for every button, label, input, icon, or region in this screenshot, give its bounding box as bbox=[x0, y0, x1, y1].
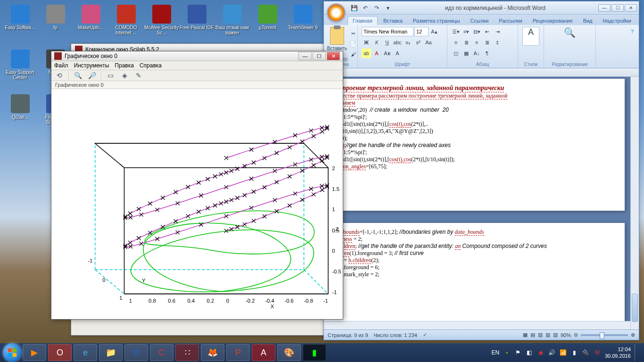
spell-check-icon[interactable]: ✓ bbox=[423, 332, 427, 338]
show-marks-button[interactable]: ¶ bbox=[482, 49, 492, 58]
scrollbar-thumb[interactable] bbox=[632, 294, 638, 322]
superscript-button[interactable]: x² bbox=[413, 38, 423, 47]
highlight-button[interactable]: ab bbox=[362, 49, 371, 58]
scilab-graphic-window[interactable]: Графическое окно 0 — ☐ ✕ ФайлИнструменты… bbox=[51, 51, 343, 320]
task-comodo-icon[interactable]: C bbox=[150, 344, 173, 361]
task-word-icon[interactable]: W bbox=[124, 344, 148, 361]
close-button[interactable]: ✕ bbox=[327, 52, 340, 60]
zoom-slider[interactable] bbox=[581, 334, 628, 336]
word-window[interactable]: 💾 ↶ ↷ ▾ идз по кормилицыной - Microsoft … bbox=[323, 1, 639, 340]
undo-icon[interactable]: ↶ bbox=[361, 4, 370, 12]
horizontal-scrollbar[interactable] bbox=[324, 321, 630, 329]
maximize-button[interactable]: ☐ bbox=[313, 52, 326, 60]
styles-button[interactable]: A bbox=[522, 27, 539, 46]
font-color-button[interactable]: A bbox=[372, 49, 381, 58]
tray-app-icon[interactable]: ◧ bbox=[526, 349, 533, 356]
desktop-icon[interactable]: Easy Softwa... bbox=[2, 2, 38, 47]
scilab-tab[interactable]: Графическое окно 0 bbox=[51, 81, 343, 89]
bold-button[interactable]: Ж bbox=[362, 38, 371, 47]
view-draft-icon[interactable]: ▧ bbox=[553, 332, 558, 338]
align-center-button[interactable]: ≣ bbox=[462, 38, 471, 47]
view-outline-icon[interactable]: ▥ bbox=[545, 332, 550, 338]
page-status[interactable]: Страница: 9 из 9 bbox=[328, 332, 368, 338]
rotate-icon[interactable]: ⟲ bbox=[54, 70, 65, 81]
show-desktop-button[interactable] bbox=[635, 344, 638, 361]
indent-dec-button[interactable]: ⇤ bbox=[482, 27, 492, 36]
word-count-status[interactable]: Число слов: 1 234 bbox=[374, 332, 417, 338]
shading-button[interactable]: ◫ bbox=[451, 49, 461, 58]
align-left-button[interactable]: ≡ bbox=[451, 38, 461, 47]
desktop-icon[interactable]: Free Pascal IDE bbox=[179, 2, 215, 47]
desktop-icon[interactable]: TeamViewer 9 bbox=[285, 2, 321, 47]
task-paint-icon[interactable]: 🎨 bbox=[277, 344, 301, 361]
line-spacing-button[interactable]: ‡ bbox=[493, 38, 502, 47]
desktop-icon[interactable]: µTorrent bbox=[250, 2, 285, 47]
borders-button[interactable]: ▦ bbox=[462, 49, 471, 58]
format-painter-icon[interactable]: 🖌 bbox=[348, 49, 358, 59]
help-icon[interactable]: ? bbox=[627, 27, 637, 36]
ribbon-tab[interactable]: Главная bbox=[347, 16, 378, 25]
data-tip-icon[interactable]: ◈ bbox=[119, 70, 130, 81]
clear-format-button[interactable]: Aʙ bbox=[382, 49, 392, 58]
copy-icon[interactable]: 📄 bbox=[348, 39, 358, 49]
minimize-button[interactable]: — bbox=[598, 4, 611, 12]
close-button[interactable]: ✕ bbox=[625, 4, 637, 12]
bullets-button[interactable]: ☰▾ bbox=[451, 27, 461, 36]
task-media-icon[interactable]: ▶ bbox=[23, 344, 46, 361]
edit-icon[interactable]: ✎ bbox=[133, 70, 144, 81]
font-family-select[interactable] bbox=[362, 27, 413, 36]
plot-area[interactable]: X Y Z 2 1.5 1 0.5 0 -0.5 -1 10.80.6 0.40… bbox=[51, 89, 343, 319]
indent-inc-button[interactable]: ⇥ bbox=[493, 27, 502, 36]
desktop-icon[interactable]: MakeUpIn... bbox=[73, 2, 108, 47]
cut-icon[interactable]: ✂ bbox=[348, 29, 358, 38]
tray-shield-icon[interactable]: ◉ bbox=[537, 349, 545, 356]
tray-flag-icon[interactable]: ⚑ bbox=[514, 349, 522, 356]
select-icon[interactable]: ▭ bbox=[105, 70, 116, 81]
ribbon-tab[interactable]: Вставка bbox=[379, 16, 407, 25]
desktop-icon[interactable]: Ваш отзыв нам важен bbox=[215, 2, 250, 47]
word-titlebar[interactable]: 💾 ↶ ↷ ▾ идз по кормилицыной - Microsoft … bbox=[324, 1, 639, 15]
view-read-icon[interactable]: ▤ bbox=[530, 332, 535, 338]
tray-nvidia-icon[interactable]: ▪ bbox=[503, 349, 511, 356]
menu-item[interactable]: Справка bbox=[140, 62, 162, 69]
numbering-button[interactable]: ≡▾ bbox=[462, 27, 471, 36]
ribbon-tab[interactable]: Ссылки bbox=[466, 16, 494, 25]
lang-indicator[interactable]: EN bbox=[492, 349, 499, 356]
ribbon-tab[interactable]: Надстройки bbox=[598, 16, 636, 25]
ribbon-tab[interactable]: Рецензирование bbox=[528, 16, 578, 25]
view-print-icon[interactable]: ▦ bbox=[523, 332, 528, 338]
qat-dropdown-icon[interactable]: ▾ bbox=[384, 4, 392, 12]
zoom-out-button[interactable]: ⊖ bbox=[574, 332, 578, 338]
task-explorer-icon[interactable]: 📁 bbox=[99, 344, 123, 361]
strikethrough-button[interactable]: abc bbox=[393, 38, 402, 47]
menu-item[interactable]: Инструменты bbox=[74, 62, 109, 69]
task-opera-icon[interactable]: O bbox=[48, 344, 72, 361]
menu-item[interactable]: Правка bbox=[115, 62, 134, 69]
document-area[interactable]: Построение трехмерной линии, заданной па… bbox=[324, 68, 639, 329]
find-button[interactable]: 🔍 bbox=[561, 27, 578, 46]
tray-av-icon[interactable]: M bbox=[594, 349, 601, 356]
document-page-1[interactable]: Построение трехмерной линии, заданной па… bbox=[324, 79, 625, 211]
menu-item[interactable]: Файл bbox=[54, 62, 68, 69]
tray-network-icon[interactable]: 📶 bbox=[560, 349, 567, 356]
ribbon-tab[interactable]: Вид bbox=[578, 16, 597, 25]
zoom-in-button[interactable]: ⊕ bbox=[631, 332, 635, 338]
align-right-button[interactable]: ≡ bbox=[472, 38, 481, 47]
task-cmd-icon[interactable]: ▮ bbox=[303, 344, 326, 361]
subscript-button[interactable]: x₂ bbox=[403, 38, 413, 47]
italic-button[interactable]: К bbox=[372, 38, 381, 47]
underline-button[interactable]: Ч bbox=[382, 38, 392, 47]
ribbon-tab[interactable]: Разметка страницы bbox=[408, 16, 465, 25]
start-button[interactable] bbox=[3, 343, 22, 362]
task-powerpoint-icon[interactable]: P bbox=[226, 344, 250, 361]
desktop-icon[interactable]: McAfee Security Sc... bbox=[144, 2, 179, 47]
task-firefox-icon[interactable]: 🦊 bbox=[201, 344, 224, 361]
tray-volume-icon[interactable]: 🔊 bbox=[548, 349, 556, 356]
office-button[interactable] bbox=[327, 3, 346, 22]
justify-button[interactable]: ≣ bbox=[482, 38, 492, 47]
document-page-2[interactable]: .data_bounds=[-1,-1,-1;1,1,2]; //boundar… bbox=[324, 223, 625, 329]
tray-power-icon[interactable]: 🔌 bbox=[582, 349, 590, 356]
sort-button[interactable]: A↓ bbox=[472, 49, 481, 58]
minimize-button[interactable]: — bbox=[298, 52, 312, 60]
desktop-icon[interactable]: Qi2ae... bbox=[2, 92, 38, 137]
